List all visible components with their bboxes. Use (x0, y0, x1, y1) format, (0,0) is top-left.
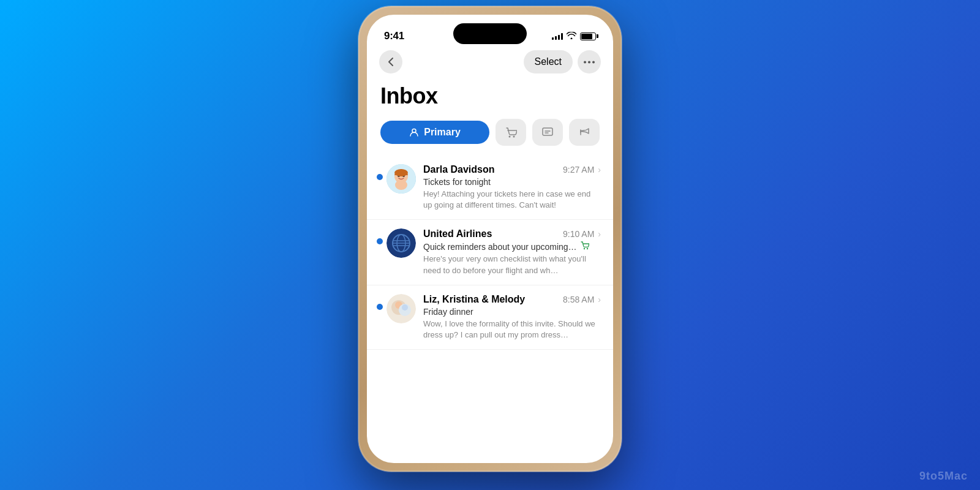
phone-screen: 9:41 (367, 15, 613, 463)
email-subject: Quick reminders about your upcoming… (423, 241, 601, 252)
svg-point-20 (586, 248, 587, 249)
phone-shell: 9:41 (358, 6, 622, 472)
email-header: Darla Davidson 9:27 AM › (423, 164, 601, 175)
avatar (386, 228, 416, 258)
email-time: 9:27 AM (563, 165, 594, 175)
category-tabs: Primary (367, 119, 613, 156)
svg-point-1 (588, 61, 590, 63)
email-preview: Hey! Attaching your tickets here in case… (423, 189, 601, 211)
tab-promotions[interactable] (569, 119, 600, 146)
tab-messages[interactable] (532, 119, 563, 146)
avatar (386, 294, 416, 323)
email-sender: Liz, Kristina & Melody (423, 294, 525, 305)
status-icons (552, 32, 596, 41)
svg-point-2 (592, 61, 595, 63)
nav-right-buttons: Select (524, 50, 601, 74)
unread-dot (377, 304, 383, 310)
watermark: 9to5Mac (919, 470, 968, 483)
phone-wrapper: 9:41 (358, 6, 622, 472)
email-header: Liz, Kristina & Melody 8:58 AM › (423, 294, 601, 305)
select-button[interactable]: Select (524, 50, 573, 74)
svg-point-25 (402, 304, 408, 311)
email-preview: Wow, I love the formality of this invite… (423, 318, 601, 341)
nav-bar: Select (367, 48, 613, 78)
email-time: 8:58 AM (563, 295, 594, 304)
chevron-right-icon: › (598, 295, 601, 304)
email-item[interactable]: Darla Davidson 9:27 AM › Tickets for ton… (367, 156, 613, 220)
page-title: Inbox (367, 78, 613, 119)
email-time-row: 9:10 AM › (563, 229, 601, 239)
cart-inline-icon (581, 241, 589, 252)
svg-point-19 (583, 248, 584, 249)
email-time-row: 8:58 AM › (563, 295, 601, 304)
chevron-right-icon: › (598, 229, 601, 239)
svg-point-0 (584, 61, 586, 63)
tab-shopping[interactable] (496, 119, 526, 146)
avatar (386, 164, 416, 194)
back-button[interactable] (379, 50, 402, 74)
email-item[interactable]: Liz, Kristina & Melody 8:58 AM › Friday … (367, 285, 613, 350)
email-subject: Friday dinner (423, 307, 601, 317)
tab-primary-label: Primary (424, 127, 461, 138)
email-header: United Airlines 9:10 AM › (423, 228, 601, 239)
email-item[interactable]: United Airlines 9:10 AM › Quick reminder… (367, 220, 613, 285)
email-subject: Tickets for tonight (423, 177, 601, 187)
svg-point-4 (509, 136, 511, 138)
email-sender: Darla Davidson (423, 164, 494, 175)
unread-dot (377, 174, 383, 180)
battery-icon (580, 32, 596, 40)
dynamic-island (453, 23, 527, 44)
chevron-right-icon: › (598, 165, 601, 175)
email-time-row: 9:27 AM › (563, 165, 601, 175)
email-content: United Airlines 9:10 AM › Quick reminder… (423, 228, 601, 276)
svg-rect-6 (543, 128, 552, 135)
tab-primary[interactable]: Primary (380, 121, 489, 144)
more-button[interactable] (578, 50, 601, 74)
wifi-icon (567, 32, 576, 41)
email-preview: Here's your very own checklist with what… (423, 254, 601, 276)
status-time: 9:41 (384, 30, 404, 42)
email-time: 9:10 AM (563, 229, 594, 239)
email-list: Darla Davidson 9:27 AM › Tickets for ton… (367, 156, 613, 350)
svg-point-9 (395, 180, 407, 190)
email-content: Liz, Kristina & Melody 8:58 AM › Friday … (423, 294, 601, 341)
email-sender: United Airlines (423, 228, 492, 239)
svg-point-5 (513, 136, 515, 138)
signal-icon (552, 32, 563, 40)
unread-dot (377, 238, 383, 244)
email-content: Darla Davidson 9:27 AM › Tickets for ton… (423, 164, 601, 211)
